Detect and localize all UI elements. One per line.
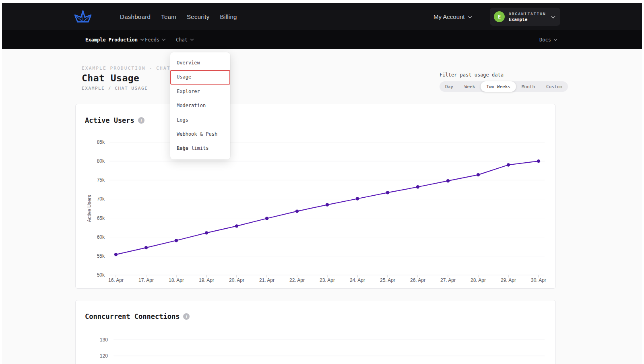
- y-tick-label: 70k: [97, 196, 105, 202]
- y-tick-label: 80k: [97, 158, 105, 164]
- y-tick-label: 120: [100, 353, 108, 359]
- y-tick-label: 85k: [97, 139, 105, 145]
- concurrent-connections-chart: 130120: [76, 300, 555, 364]
- data-point[interactable]: [265, 217, 268, 220]
- org-label: ORGANIZATION: [509, 12, 546, 16]
- menu-item-webhook-push-logs[interactable]: Webhook & Push Logs: [170, 127, 230, 141]
- chart-canvas: 130120: [76, 300, 556, 364]
- data-point[interactable]: [537, 159, 540, 163]
- x-tick-label: 24. Apr: [350, 277, 365, 283]
- org-text: ORGANIZATION Example: [509, 12, 546, 22]
- data-point[interactable]: [235, 224, 238, 228]
- y-axis-label: Active Users: [87, 195, 92, 222]
- x-tick-label: 21. Apr: [259, 277, 275, 283]
- x-tick-label: 29. Apr: [501, 277, 516, 283]
- y-tick-label: 65k: [97, 215, 105, 221]
- data-point[interactable]: [114, 253, 118, 256]
- data-point[interactable]: [446, 179, 450, 182]
- subnav-item-chat[interactable]: Chat: [176, 30, 193, 49]
- stream-logo-icon[interactable]: [74, 9, 92, 25]
- app-frame: DashboardTeamSecurityBilling My Account …: [0, 0, 644, 364]
- page-subtitle: EXAMPLE / CHAT USAGE: [82, 86, 171, 91]
- filter-option-month[interactable]: Month: [516, 81, 541, 92]
- nav-item-security[interactable]: Security: [187, 13, 210, 20]
- chevron-down-icon: [162, 37, 165, 41]
- app-selector-label: Example Production: [85, 37, 138, 43]
- page-header: EXAMPLE PRODUCTION - CHAT Chat Usage EXA…: [82, 66, 171, 91]
- menu-item-rate-limits[interactable]: Rate limits: [170, 141, 230, 155]
- chevron-down-icon: [468, 14, 472, 18]
- info-icon[interactable]: i: [183, 313, 190, 320]
- chevron-down-icon: [554, 37, 557, 41]
- subnav-label: Chat: [176, 37, 188, 43]
- data-point[interactable]: [356, 197, 359, 200]
- nav-item-team[interactable]: Team: [161, 13, 176, 20]
- x-tick-label: 18. Apr: [169, 277, 184, 283]
- data-point[interactable]: [205, 231, 208, 234]
- filter-option-week[interactable]: Week: [459, 81, 481, 92]
- y-tick-label: 75k: [97, 177, 105, 183]
- x-tick-label: 30. Apr: [531, 277, 546, 283]
- subnav-item-feeds[interactable]: Feeds: [145, 30, 165, 49]
- x-tick-label: 23. Apr: [320, 277, 335, 283]
- menu-item-overview[interactable]: Overview: [170, 56, 230, 70]
- chart-title: Conncurrent Connections: [85, 312, 180, 321]
- x-tick-label: 17. Apr: [138, 277, 154, 283]
- docs-menu[interactable]: Docs: [539, 30, 557, 49]
- filter-option-custom[interactable]: Custom: [541, 81, 568, 92]
- menu-item-logs[interactable]: Logs: [170, 113, 230, 127]
- menu-item-explorer[interactable]: Explorer: [170, 85, 230, 99]
- breadcrumb: EXAMPLE PRODUCTION - CHAT: [82, 66, 171, 71]
- app-navbar: Example Production Feeds Chat Docs: [2, 30, 642, 49]
- card-title-row: Active Users i: [85, 116, 144, 124]
- concurrent-connections-card: Conncurrent Connections i 130120: [75, 300, 556, 364]
- chart-canvas: 85k80k75k70k65k60k55k50k16. Apr17. Apr18…: [76, 104, 556, 289]
- active-users-card: Active Users i 85k80k75k70k65k60k55k50k1…: [75, 104, 556, 289]
- data-point[interactable]: [295, 209, 299, 213]
- chat-dropdown-menu: OverviewUsageExplorerModerationLogsWebho…: [170, 52, 230, 159]
- chevron-down-icon: [190, 37, 194, 41]
- chevron-down-icon: [551, 14, 555, 18]
- chevron-down-icon: [140, 37, 144, 41]
- my-account-label: My Account: [433, 13, 465, 20]
- data-point[interactable]: [144, 246, 148, 249]
- series-line: [116, 161, 539, 254]
- data-point[interactable]: [326, 203, 329, 206]
- filter-option-two-weeks[interactable]: Two Weeks: [481, 81, 516, 92]
- filter-option-day[interactable]: Day: [440, 81, 459, 92]
- top-navbar: DashboardTeamSecurityBilling My Account …: [2, 3, 642, 30]
- main-nav: DashboardTeamSecurityBilling: [120, 3, 237, 30]
- data-point[interactable]: [477, 173, 480, 176]
- data-point[interactable]: [175, 239, 178, 242]
- data-point[interactable]: [507, 163, 510, 166]
- filter-label: Filter past usage data: [440, 72, 568, 78]
- y-tick-label: 60k: [97, 234, 105, 240]
- chart-title: Active Users: [85, 116, 134, 124]
- x-tick-label: 19. Apr: [199, 277, 214, 283]
- y-tick-label: 130: [100, 337, 108, 343]
- org-avatar: E: [494, 11, 505, 22]
- x-tick-label: 26. Apr: [410, 277, 425, 283]
- data-point[interactable]: [416, 185, 419, 188]
- page-title: Chat Usage: [82, 73, 171, 83]
- active-users-chart: 85k80k75k70k65k60k55k50k16. Apr17. Apr18…: [76, 104, 555, 288]
- usage-filter: Filter past usage data DayWeekTwo WeeksM…: [440, 72, 568, 92]
- x-tick-label: 20. Apr: [229, 277, 244, 283]
- x-tick-label: 22. Apr: [289, 277, 305, 283]
- my-account-menu[interactable]: My Account: [433, 3, 471, 30]
- subnav-label: Feeds: [145, 37, 159, 43]
- x-tick-label: 16. Apr: [108, 277, 124, 283]
- docs-label: Docs: [539, 37, 551, 43]
- nav-item-dashboard[interactable]: Dashboard: [120, 13, 151, 20]
- organization-switcher[interactable]: E ORGANIZATION Example: [490, 8, 560, 26]
- info-icon[interactable]: i: [138, 117, 144, 124]
- x-tick-label: 28. Apr: [471, 277, 486, 283]
- menu-item-moderation[interactable]: Moderation: [170, 99, 230, 113]
- data-point[interactable]: [386, 191, 389, 194]
- x-tick-label: 27. Apr: [440, 277, 456, 283]
- nav-item-billing[interactable]: Billing: [220, 13, 237, 20]
- card-title-row: Conncurrent Connections i: [85, 312, 190, 321]
- menu-item-usage[interactable]: Usage: [170, 70, 230, 84]
- time-range-segmented-control: DayWeekTwo WeeksMonthCustom: [440, 81, 568, 92]
- app-selector[interactable]: Example Production: [85, 30, 143, 49]
